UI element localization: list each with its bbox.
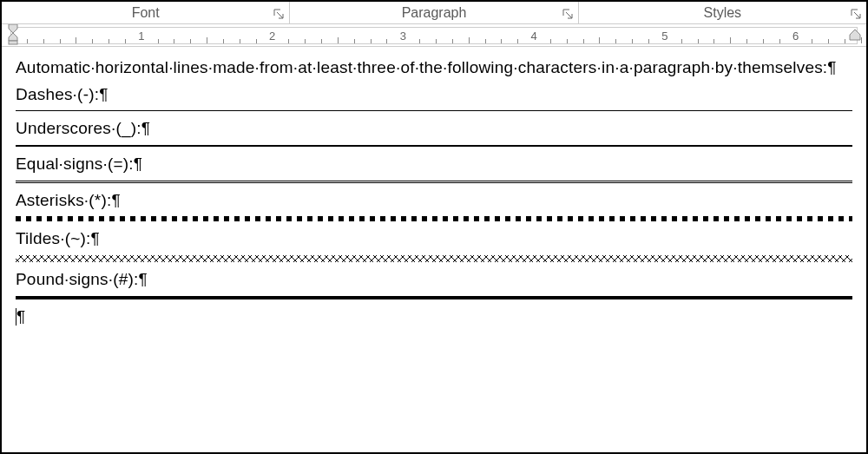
- ruler-tick: [567, 39, 568, 43]
- horizontal-line: [16, 296, 852, 299]
- horizontal-line: [16, 255, 852, 262]
- paragraph-text: Pound·signs·(#):¶: [16, 270, 148, 288]
- dialog-launcher-icon[interactable]: [851, 7, 861, 23]
- ruler-tick: [371, 39, 372, 43]
- ruler-tick: [501, 39, 502, 43]
- dialog-launcher-icon[interactable]: [273, 7, 284, 23]
- ruler-tick: [550, 39, 551, 43]
- ruler-tick: [746, 39, 747, 43]
- ruler-ticks: 123456: [10, 28, 858, 43]
- ruler-tick: [43, 39, 44, 43]
- ribbon-group-font: Font: [2, 2, 290, 23]
- horizontal-line: [16, 145, 852, 147]
- paragraph-text: Automatic·horizontal·lines·made·from·at·…: [16, 58, 837, 76]
- document-body[interactable]: Automatic·horizontal·lines·made·from·at·…: [2, 47, 866, 328]
- paragraph-empty: ¶: [16, 306, 852, 328]
- ruler-tick: [338, 37, 339, 43]
- paragraph-line-label: Asterisks·(*):¶: [16, 190, 852, 212]
- paragraph-text: Dashes·(-):¶: [16, 85, 108, 103]
- ruler-tick: [779, 39, 780, 43]
- svg-rect-2: [9, 41, 17, 44]
- ruler-tick: [861, 37, 862, 43]
- ribbon-group-label: Paragraph: [402, 5, 467, 21]
- ruler-tick: [288, 39, 289, 43]
- horizontal-line: [16, 216, 852, 221]
- ruler-tick: [305, 39, 306, 43]
- ruler-tick: [436, 39, 437, 43]
- horizontal-line-equal: [16, 181, 852, 183]
- ruler-tick: [223, 39, 224, 43]
- ribbon-group-styles: Styles: [579, 2, 866, 23]
- ruler-tick: [108, 39, 109, 43]
- horizontal-ruler[interactable]: 123456: [2, 24, 866, 47]
- paragraph-intro: Automatic·horizontal·lines·made·from·at·…: [16, 57, 852, 79]
- ruler-tick: [469, 37, 470, 43]
- ruler-tick: [583, 39, 584, 43]
- horizontal-line-underscore: [16, 145, 852, 147]
- ruler-tick: [27, 39, 28, 43]
- paragraph-text: Tildes·(~):¶: [16, 229, 100, 247]
- ruler-tick: [190, 39, 191, 43]
- paragraph-text: Equal·signs·(=):¶: [16, 155, 142, 173]
- paragraph-line-label: Tildes·(~):¶: [16, 228, 852, 250]
- ribbon-group-label: Styles: [704, 5, 742, 21]
- pilcrow: ¶: [16, 307, 25, 326]
- ruler-tick: [207, 37, 207, 43]
- ruler-tick: [828, 39, 829, 43]
- ruler-number: 1: [138, 30, 144, 43]
- svg-marker-1: [9, 33, 17, 41]
- ruler-tick: [125, 39, 126, 43]
- paragraph-line-label: Pound·signs·(#):¶: [16, 269, 852, 291]
- paragraph-line-label: Equal·signs·(=):¶: [16, 154, 852, 175]
- ruler-tick: [386, 39, 387, 43]
- paragraph-line-label: Dashes·(-):¶: [16, 84, 852, 106]
- horizontal-line-tilde: [16, 255, 852, 262]
- ruler-tick: [60, 39, 61, 43]
- left-indent-marker-icon[interactable]: [7, 24, 19, 45]
- ruler-tick: [698, 39, 699, 43]
- ruler-tick: [158, 39, 159, 43]
- right-indent-marker-icon[interactable]: [849, 30, 861, 45]
- ruler-tick: [174, 39, 174, 43]
- ruler-number: 4: [530, 30, 536, 43]
- ribbon-group-row: Font Paragraph Styles: [2, 2, 866, 24]
- horizontal-line: [16, 110, 852, 111]
- ruler-number: 3: [400, 30, 406, 43]
- ruler-tick: [615, 39, 616, 43]
- ribbon-group-paragraph: Paragraph: [290, 2, 578, 23]
- ruler-tick: [92, 39, 93, 43]
- horizontal-line: [16, 181, 852, 183]
- ribbon-group-label: Font: [132, 5, 160, 21]
- ruler-number: 2: [269, 30, 275, 43]
- ruler-tick: [354, 39, 355, 43]
- svg-marker-0: [9, 24, 17, 33]
- ruler-tick: [632, 39, 633, 43]
- ruler-tick: [452, 39, 453, 43]
- horizontal-line-pound: [16, 296, 852, 299]
- dialog-launcher-icon[interactable]: [562, 7, 573, 23]
- ruler-tick: [256, 39, 257, 43]
- ruler-tick: [845, 39, 845, 43]
- ruler-tick: [713, 39, 714, 43]
- ruler-tick: [730, 37, 731, 43]
- ruler-tick: [599, 37, 600, 43]
- horizontal-line-asterisk: [16, 216, 852, 221]
- ruler-tick: [419, 39, 420, 43]
- ruler-tick: [681, 39, 682, 43]
- ruler-tick: [812, 39, 812, 43]
- ruler-tick: [321, 39, 322, 43]
- ruler-tick: [517, 39, 518, 43]
- ruler-tick: [485, 39, 486, 43]
- ruler-tick: [76, 37, 76, 43]
- ruler-number: 6: [792, 30, 799, 43]
- ruler-tick: [648, 39, 649, 43]
- ruler-tick: [240, 39, 240, 43]
- horizontal-line-dash: [16, 110, 852, 111]
- ruler-number: 5: [661, 30, 667, 43]
- svg-marker-3: [850, 30, 860, 40]
- paragraph-text: Underscores·(_):¶: [16, 119, 150, 137]
- paragraph-line-label: Underscores·(_):¶: [16, 118, 852, 140]
- paragraph-text: Asterisks·(*):¶: [16, 191, 121, 209]
- ruler-tick: [763, 39, 764, 43]
